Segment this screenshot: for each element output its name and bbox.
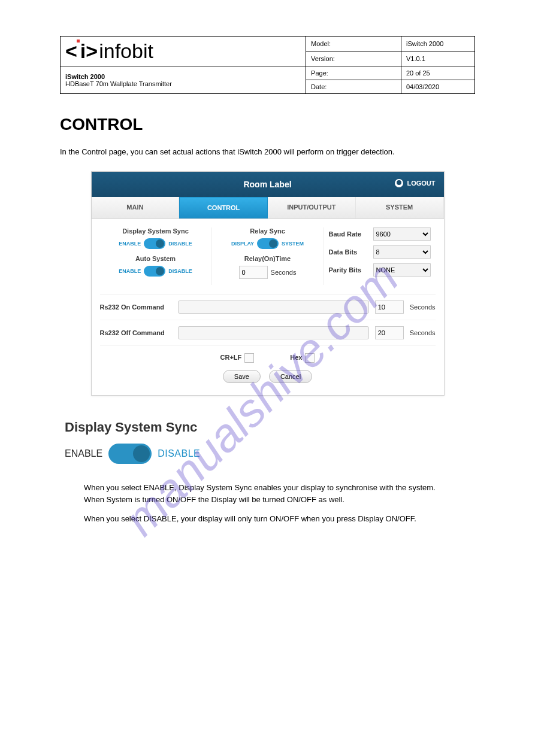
relay-display-text: DISPLAY bbox=[231, 241, 254, 247]
logo-cell: <i>infobit bbox=[61, 37, 306, 66]
zoom-enable-text: ENABLE bbox=[65, 448, 102, 459]
rs232-on-seconds-label: Seconds bbox=[410, 303, 436, 311]
version-value: V1.0.1 bbox=[401, 51, 474, 66]
webui-panel: Room Label LOGOUT MAIN CONTROL INPUT/OUT… bbox=[91, 171, 445, 396]
webui-header: Room Label LOGOUT bbox=[92, 172, 444, 197]
rs232-off-seconds-input[interactable] bbox=[375, 326, 404, 339]
room-label-title: Room Label bbox=[243, 180, 291, 189]
page-value: 20 of 25 bbox=[401, 66, 474, 80]
zoom-display-sync: Display System Sync ENABLE DISABLE bbox=[60, 417, 234, 475]
zoom-disable-text: DISABLE bbox=[158, 448, 200, 459]
logout-button[interactable]: LOGOUT bbox=[395, 179, 435, 187]
save-button[interactable]: Save bbox=[223, 370, 261, 383]
model-label: Model: bbox=[306, 37, 401, 51]
auto-system-toggle[interactable] bbox=[144, 266, 165, 277]
date-value: 04/03/2020 bbox=[401, 80, 474, 94]
hex-group: Hex bbox=[290, 353, 315, 363]
rs232-off-seconds-label: Seconds bbox=[410, 329, 436, 336]
col-display-sync: Display System Sync ENABLE DISABLE Auto … bbox=[100, 227, 212, 285]
user-icon bbox=[395, 179, 403, 187]
version-label: Version: bbox=[306, 51, 401, 66]
relay-on-time-input[interactable] bbox=[239, 266, 268, 279]
auto-disable-text: DISABLE bbox=[168, 268, 192, 274]
rs232-on-seconds-input[interactable] bbox=[375, 300, 404, 314]
logout-text: LOGOUT bbox=[407, 180, 435, 187]
explain-disable: When you select DISABLE, your display wi… bbox=[84, 513, 451, 525]
rs232-off-label: Rs232 Off Command bbox=[100, 329, 172, 336]
tab-system[interactable]: SYSTEM bbox=[356, 197, 444, 218]
cancel-button[interactable]: Cancel bbox=[269, 370, 312, 383]
relay-on-time-title: Relay(On)Time bbox=[217, 255, 319, 262]
tab-main[interactable]: MAIN bbox=[92, 197, 180, 218]
baud-label: Baud Rate bbox=[329, 230, 370, 238]
auto-system-title: Auto System bbox=[105, 255, 207, 262]
product-cell: iSwitch 2000 HDBaseT 70m Wallplate Trans… bbox=[61, 66, 306, 94]
display-sync-title: Display System Sync bbox=[105, 227, 207, 235]
relay-sync-title: Relay Sync bbox=[217, 227, 319, 235]
model-value: iSwitch 2000 bbox=[401, 37, 474, 51]
data-bits-select[interactable]: 8 bbox=[373, 245, 431, 259]
hex-label: Hex bbox=[290, 354, 302, 361]
infobit-logo: <i>infobit bbox=[65, 40, 153, 62]
rs232-on-label: Rs232 On Command bbox=[100, 303, 172, 311]
col-serial: Baud Rate 9600 Data Bits 8 Parity Bits N… bbox=[324, 227, 436, 285]
data-bits-label: Data Bits bbox=[329, 248, 370, 256]
rs232-on-input[interactable] bbox=[178, 300, 369, 314]
toggle-disable-text: DISABLE bbox=[168, 241, 192, 247]
crlf-label: CR+LF bbox=[220, 354, 242, 361]
col-relay: Relay Sync DISPLAY SYSTEM Relay(On)Time … bbox=[212, 227, 324, 285]
relay-seconds-label: Seconds bbox=[271, 269, 297, 276]
relay-sync-toggle[interactable] bbox=[257, 238, 279, 249]
relay-system-text: SYSTEM bbox=[282, 241, 304, 247]
toggle-enable-text: ENABLE bbox=[119, 241, 141, 247]
tab-input-output[interactable]: INPUT/OUTPUT bbox=[268, 197, 356, 218]
logo-dot bbox=[77, 40, 80, 42]
crlf-group: CR+LF bbox=[220, 353, 255, 363]
date-label: Date: bbox=[306, 80, 401, 94]
crlf-checkbox[interactable] bbox=[244, 353, 254, 363]
parity-select[interactable]: NONE bbox=[373, 263, 431, 277]
document-header-table: <i>infobit Model: iSwitch 2000 Version: … bbox=[60, 36, 475, 94]
zoom-toggle[interactable] bbox=[108, 444, 152, 464]
page-label: Page: bbox=[306, 66, 401, 80]
product-line2: HDBaseT 70m Wallplate Transmitter bbox=[65, 80, 301, 87]
baud-select[interactable]: 9600 bbox=[373, 227, 431, 241]
tab-control[interactable]: CONTROL bbox=[179, 197, 268, 218]
webui-tab-bar: MAIN CONTROL INPUT/OUTPUT SYSTEM bbox=[92, 197, 444, 219]
hex-checkbox[interactable] bbox=[305, 353, 315, 363]
parity-label: Parity Bits bbox=[329, 266, 370, 274]
zoom-title: Display System Sync bbox=[65, 420, 229, 435]
explain-enable: When you select ENABLE, Display System S… bbox=[84, 482, 451, 506]
section-intro: In the Control page, you can set actual … bbox=[60, 146, 475, 158]
rs232-off-input[interactable] bbox=[178, 326, 369, 339]
product-line1: iSwitch 2000 bbox=[65, 73, 301, 80]
display-sync-toggle[interactable] bbox=[144, 238, 165, 249]
auto-enable-text: ENABLE bbox=[119, 268, 141, 274]
section-title: CONTROL bbox=[60, 115, 475, 134]
